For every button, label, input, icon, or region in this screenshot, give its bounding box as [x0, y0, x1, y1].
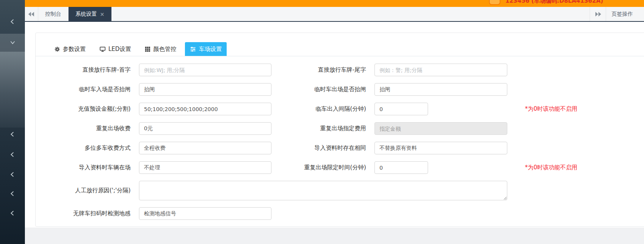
sliders-icon [190, 46, 196, 52]
field-label: 重复出场指定费用 [271, 125, 366, 132]
tab-label: 参数设置 [63, 46, 86, 53]
field-warning-note: *为0时该功能不启用 [525, 105, 577, 113]
settings-card: 参数设置 LED设置 颜色管控 [35, 33, 644, 227]
temp-car-exit-gate-select[interactable] [374, 83, 507, 96]
multi-space-billing-select[interactable] [139, 142, 271, 154]
tab-led-settings[interactable]: LED设置 [95, 42, 136, 56]
chevron-left-icon[interactable] [10, 152, 15, 157]
field-label: 多位多车收费方式 [36, 144, 131, 152]
import-duplicate-select[interactable] [374, 142, 507, 154]
form-row: 无牌车扫码时检测地感 [36, 207, 644, 220]
chevron-left-icon[interactable] [10, 19, 15, 25]
chevron-left-icon[interactable] [10, 191, 15, 197]
double-arrow-left-icon [28, 11, 34, 17]
field-label: 充值预设金额(;分割) [36, 105, 131, 113]
form-row: 临时车入场是否抬闸 临时车出场是否抬闸 [36, 83, 644, 96]
tab-parking-lot-settings[interactable]: 车场设置 [185, 42, 227, 56]
field-label: 重复出场收费 [36, 125, 131, 132]
direct-release-plate-suffix-input[interactable] [374, 64, 507, 76]
chevron-left-icon[interactable] [10, 172, 15, 177]
park-logo-icon [489, 0, 500, 5]
tab-color-control[interactable]: 颜色管控 [140, 42, 181, 56]
tab-console[interactable]: 控制台 [38, 7, 69, 21]
main-content: 参数设置 LED设置 颜色管控 [25, 22, 644, 244]
manual-release-reasons-textarea[interactable] [139, 181, 507, 200]
no-plate-ground-sensor-select[interactable] [139, 207, 271, 220]
field-label: 重复出场限定时间(分钟) [271, 164, 366, 171]
tab-actions-label: 页签操作 [611, 11, 633, 18]
form-row: 直接放行车牌-首字 直接放行车牌-尾字 [36, 64, 644, 76]
chevron-down-icon [10, 40, 15, 46]
import-car-inside-select[interactable] [139, 161, 271, 174]
chevron-left-icon[interactable] [10, 131, 15, 137]
parking-settings-form: 直接放行车牌-首字 直接放行车牌-尾字 临时车入场是否抬闸 临时车出场是否抬闸 … [36, 56, 644, 220]
scroll-tabs-left-button[interactable] [25, 7, 38, 21]
settings-tab-bar: 参数设置 LED设置 颜色管控 [36, 33, 644, 56]
sidebar-submenu-panel [0, 52, 25, 128]
temp-car-interval-input[interactable] [374, 103, 428, 115]
park-info-text: 123456 (车场编码:D8LA41362A) [505, 0, 603, 5]
tab-console-label: 控制台 [45, 11, 61, 18]
repeat-exit-specified-fee-input [374, 122, 507, 135]
field-warning-note: *为0时该功能不启用 [525, 164, 577, 171]
close-tab-icon[interactable]: × [100, 11, 105, 17]
tab-strip-right-controls: 页签操作 [590, 7, 644, 21]
tab-label: 车场设置 [199, 46, 222, 53]
field-label: 临车出入间隔(分钟) [271, 105, 366, 113]
field-label: 临时车出场是否抬闸 [271, 86, 366, 93]
bottom-strip [25, 228, 644, 244]
field-label: 导入资料时车辆在场 [36, 164, 131, 171]
double-arrow-right-icon [595, 11, 601, 17]
page-tab-strip: 控制台 系统设置 × 页签操作 [25, 7, 644, 22]
recharge-preset-amounts-input[interactable] [139, 103, 271, 115]
repeat-exit-time-limit-input[interactable] [374, 161, 428, 174]
form-row: 多位多车收费方式 导入资料时存在相同 [36, 142, 644, 154]
tab-parameter-settings[interactable]: 参数设置 [49, 42, 91, 56]
sidebar-item-expanded[interactable] [0, 34, 25, 52]
tab-label: LED设置 [108, 46, 131, 53]
direct-release-plate-prefix-input[interactable] [139, 64, 271, 76]
form-row: 人工放行原因(';'分隔) [36, 181, 644, 200]
monitor-icon [100, 46, 106, 52]
tab-label: 颜色管控 [153, 46, 176, 53]
gear-icon [54, 46, 60, 52]
chevron-left-icon[interactable] [10, 210, 15, 216]
tab-system-settings-label: 系统设置 [75, 11, 97, 18]
temp-car-entry-gate-select[interactable] [139, 83, 271, 96]
tab-system-settings[interactable]: 系统设置 × [69, 7, 112, 21]
topbar: 123456 (车场编码:D8LA41362A) [25, 0, 644, 7]
form-row: 导入资料时车辆在场 重复出场限定时间(分钟) *为0时该功能不启用 [36, 161, 644, 174]
field-label: 无牌车扫码时检测地感 [36, 210, 131, 217]
field-label: 直接放行车牌-首字 [36, 66, 131, 74]
field-label: 导入资料时存在相同 [271, 144, 366, 152]
field-label: 人工放行原因(';'分隔) [36, 187, 131, 194]
field-label: 临时车入场是否抬闸 [36, 86, 131, 93]
sidebar [0, 0, 25, 244]
form-row: 充值预设金额(;分割) 临车出入间隔(分钟) *为0时该功能不启用 [36, 103, 644, 115]
form-row: 重复出场收费 重复出场指定费用 [36, 122, 644, 135]
grid-icon [145, 46, 150, 52]
tab-actions-menu[interactable]: 页签操作 [606, 7, 644, 21]
field-label: 直接放行车牌-尾字 [271, 66, 366, 74]
scroll-tabs-right-button[interactable] [590, 7, 606, 21]
repeat-exit-fee-select[interactable] [139, 122, 271, 135]
